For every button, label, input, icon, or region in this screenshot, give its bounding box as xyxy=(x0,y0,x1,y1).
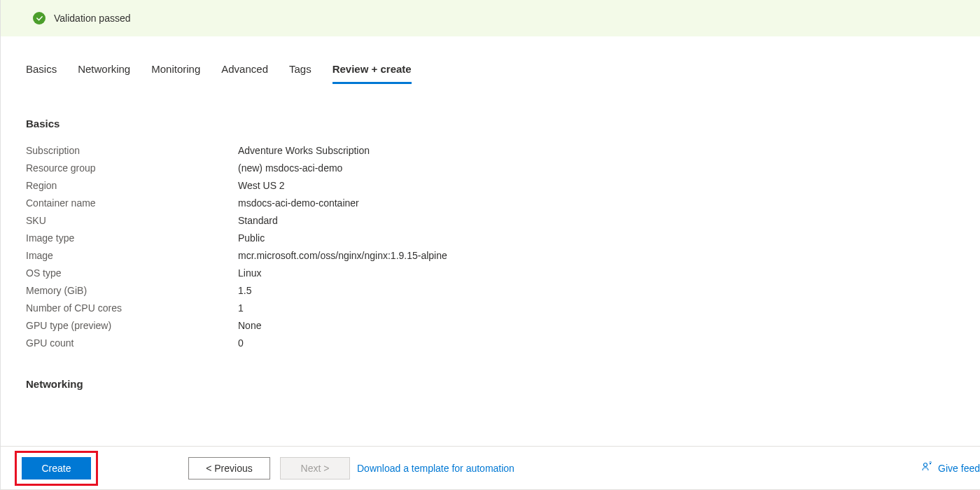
review-content: Basics Subscription Adventure Works Subs… xyxy=(1,84,980,390)
feedback-icon: ? xyxy=(921,461,932,475)
row-resource-group: Resource group (new) msdocs-aci-demo xyxy=(26,162,980,174)
label-gpu-count: GPU count xyxy=(26,337,238,349)
value-region: West US 2 xyxy=(238,180,285,191)
footer: Create < Previous Next > Download a temp… xyxy=(1,446,980,490)
row-region: Region West US 2 xyxy=(26,180,980,191)
tab-monitoring[interactable]: Monitoring xyxy=(151,63,200,84)
label-os-type: OS type xyxy=(26,267,238,279)
next-button: Next > xyxy=(280,457,350,479)
value-container-name: msdocs-aci-demo-container xyxy=(238,197,359,209)
row-cpu-cores: Number of CPU cores 1 xyxy=(26,302,980,314)
give-feedback-link[interactable]: ? Give feed xyxy=(921,461,980,475)
value-gpu-count: 0 xyxy=(238,337,244,349)
validation-message: Validation passed xyxy=(54,13,130,24)
tab-basics[interactable]: Basics xyxy=(26,63,57,84)
svg-point-0 xyxy=(924,463,927,467)
check-circle-icon xyxy=(33,12,46,24)
label-image-type: Image type xyxy=(26,232,238,244)
tab-review-create[interactable]: Review + create xyxy=(332,63,412,84)
label-gpu-type: GPU type (preview) xyxy=(26,320,238,331)
label-image: Image xyxy=(26,250,238,261)
value-memory: 1.5 xyxy=(238,285,251,296)
row-image-type: Image type Public xyxy=(26,232,980,244)
create-highlight: Create xyxy=(15,451,98,486)
svg-text:?: ? xyxy=(929,461,932,465)
give-feedback-label: Give feed xyxy=(938,463,980,474)
value-sku: Standard xyxy=(238,215,278,226)
previous-button[interactable]: < Previous xyxy=(188,457,270,479)
value-gpu-type: None xyxy=(238,320,261,331)
validation-banner: Validation passed xyxy=(1,0,980,36)
label-container-name: Container name xyxy=(26,197,238,209)
label-resource-group: Resource group xyxy=(26,162,238,174)
row-image: Image mcr.microsoft.com/oss/nginx/nginx:… xyxy=(26,250,980,261)
row-subscription: Subscription Adventure Works Subscriptio… xyxy=(26,145,980,156)
create-button[interactable]: Create xyxy=(22,457,91,479)
section-basics-title: Basics xyxy=(26,118,980,130)
row-gpu-count: GPU count 0 xyxy=(26,337,980,349)
value-image: mcr.microsoft.com/oss/nginx/nginx:1.9.15… xyxy=(238,250,447,261)
row-gpu-type: GPU type (preview) None xyxy=(26,320,980,331)
value-cpu-cores: 1 xyxy=(238,302,244,314)
download-template-link[interactable]: Download a template for automation xyxy=(357,463,514,474)
label-memory: Memory (GiB) xyxy=(26,285,238,296)
value-image-type: Public xyxy=(238,232,265,244)
value-subscription: Adventure Works Subscription xyxy=(238,145,370,156)
tab-networking[interactable]: Networking xyxy=(78,63,130,84)
row-sku: SKU Standard xyxy=(26,215,980,226)
row-os-type: OS type Linux xyxy=(26,267,980,279)
page-root: Validation passed Basics Networking Moni… xyxy=(0,0,980,490)
section-networking-title: Networking xyxy=(26,378,980,390)
label-cpu-cores: Number of CPU cores xyxy=(26,302,238,314)
label-sku: SKU xyxy=(26,215,238,226)
label-subscription: Subscription xyxy=(26,145,238,156)
value-resource-group: (new) msdocs-aci-demo xyxy=(238,162,342,174)
value-os-type: Linux xyxy=(238,267,261,279)
tab-advanced[interactable]: Advanced xyxy=(221,63,268,84)
label-region: Region xyxy=(26,180,238,191)
row-memory: Memory (GiB) 1.5 xyxy=(26,285,980,296)
row-container-name: Container name msdocs-aci-demo-container xyxy=(26,197,980,209)
tabs: Basics Networking Monitoring Advanced Ta… xyxy=(1,63,980,84)
tab-tags[interactable]: Tags xyxy=(289,63,312,84)
